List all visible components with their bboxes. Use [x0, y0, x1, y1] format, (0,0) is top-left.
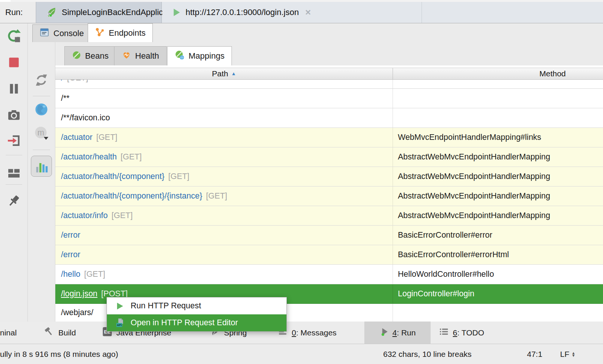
mappings-icon	[175, 50, 185, 62]
table-row[interactable]: /hello[GET]HelloWorldController#hello	[55, 265, 603, 284]
table-row[interactable]: /actuator/health[GET]AbstractWebMvcEndpo…	[55, 147, 603, 167]
method-cell: AbstractWebMvcEndpointHandlerMapping	[393, 147, 603, 167]
tab-console[interactable]: Console	[32, 24, 91, 42]
tab-health[interactable]: Health	[114, 46, 167, 65]
table-row[interactable]: /**/favicon.ico	[55, 108, 603, 128]
path-link[interactable]: /actuator/health/{component}	[61, 172, 164, 181]
column-header-label: Path	[212, 69, 228, 78]
table-row[interactable]: /actuator/health/{component}/{instance}[…	[55, 187, 603, 206]
spring-boot-run-icon	[45, 6, 57, 18]
tab-label: Endpoints	[109, 28, 146, 38]
menu-item-label: Open in HTTP Request Editor	[131, 318, 238, 328]
toolbar-separator	[33, 96, 50, 96]
method-cell: AbstractWebMvcEndpointHandlerMapping	[393, 167, 603, 186]
console-icon	[40, 27, 49, 39]
table-row[interactable]: /actuator[GET]WebMvcEndpointHandlerMappi…	[55, 128, 603, 147]
toolwindow-label: Build	[58, 328, 76, 337]
method-filter-avatar[interactable]: m	[34, 126, 49, 141]
rerun-icon[interactable]	[6, 29, 21, 44]
toolwindow-bar: ninal Build EE Java Enterprise Spring	[0, 322, 603, 344]
statistics-toggle[interactable]	[31, 156, 52, 177]
toolwindow-button-build[interactable]: Build	[44, 322, 76, 344]
run-tab-simpleloginbackendapplication[interactable]: SimpleLoginBackEndApplication ✕	[36, 2, 162, 23]
path-cell: /**	[55, 89, 393, 108]
status-message: ully in 8 s 916 ms (8 minutes ago)	[0, 344, 118, 364]
svg-text:API: API	[117, 323, 122, 327]
path-link[interactable]: /	[61, 80, 63, 83]
run-play-icon	[114, 302, 125, 311]
toolwindow-label: ninal	[0, 328, 17, 337]
close-icon[interactable]: ✕	[305, 8, 311, 17]
run-tab-http-request[interactable]: http://127.0.0.1:9000/login.json ✕	[162, 2, 422, 23]
run-tab-bar: Run: SimpleLoginBackEndApplication ✕ htt…	[0, 2, 603, 23]
table-row[interactable]: /actuator/health/{component}[GET]Abstrac…	[55, 167, 603, 187]
refresh-icon[interactable]	[34, 73, 49, 88]
path-link[interactable]: /actuator	[61, 133, 93, 142]
stop-icon[interactable]	[6, 55, 21, 70]
method-cell: WebMvcEndpointHandlerMapping#links	[393, 128, 603, 147]
path-link[interactable]: /actuator/health	[61, 152, 117, 162]
table-row-partial[interactable]: / [GET]	[55, 80, 603, 89]
tab-endpoints[interactable]: Endpoints	[88, 23, 153, 42]
path-cell: /actuator/health/{component}[GET]	[55, 167, 393, 186]
globe-icon[interactable]	[34, 102, 49, 117]
table-row[interactable]: /errorBasicErrorController#errorHtml	[55, 245, 603, 265]
menu-item-open-in-http-request-editor[interactable]: API Open in HTTP Request Editor	[107, 314, 286, 331]
http-method-badge: [GET]	[84, 270, 105, 279]
caret-position[interactable]: 47:1	[527, 344, 542, 364]
path-link[interactable]: /error	[61, 250, 80, 259]
path-cell: /actuator/health[GET]	[55, 147, 393, 167]
tab-beans[interactable]: Beans	[64, 46, 116, 65]
menu-item-run-http-request[interactable]: Run HTTP Request	[107, 297, 286, 314]
table-header: Path ▲ Method	[55, 68, 603, 80]
path-cell: /actuator/health/{component}/{instance}[…	[55, 187, 393, 206]
table-row[interactable]: /actuator/info[GET]AbstractWebMvcEndpoin…	[55, 206, 603, 226]
char-count: 632 chars, 10 line breaks	[383, 344, 472, 364]
run-label: Run:	[5, 2, 23, 23]
http-method-badge: [GET]	[120, 152, 142, 162]
path-cell: /actuator/info[GET]	[55, 206, 393, 225]
camera-icon[interactable]	[6, 108, 21, 123]
endpoints-toolbar: m	[28, 42, 55, 322]
column-header-path[interactable]: Path ▲	[55, 68, 393, 79]
pause-icon[interactable]	[6, 81, 21, 96]
line-ending-selector[interactable]: LF ▲▼	[560, 344, 575, 364]
bean-icon	[72, 50, 81, 62]
run-toolbar	[0, 23, 28, 322]
http-method-badge: [GET]	[111, 211, 132, 220]
method-cell: LoginController#login	[393, 284, 603, 303]
endpoint-type-tabs: Beans Health	[55, 42, 603, 65]
method-cell: AbstractWebMvcEndpointHandlerMapping	[393, 206, 603, 225]
path-cell: / [GET]	[55, 80, 393, 88]
path-link[interactable]: /actuator/health/{component}/{instance}	[61, 191, 202, 201]
table-row[interactable]: /**	[55, 89, 603, 108]
run-tool-window: Console Endpoints	[0, 23, 603, 322]
pin-icon[interactable]	[6, 193, 21, 208]
path-cell: /**/favicon.ico	[55, 108, 393, 127]
toolwindow-button-terminal[interactable]: ninal	[0, 322, 17, 344]
path-link[interactable]: /error	[61, 231, 80, 240]
tab-label: Health	[135, 51, 159, 61]
method-cell: AbstractWebMvcEndpointHandlerMapping	[393, 187, 603, 206]
play-icon	[171, 8, 181, 17]
table-row[interactable]: /errorBasicErrorController#error	[55, 226, 603, 245]
path-link[interactable]: /actuator/info	[61, 211, 108, 220]
restore-layout-icon[interactable]	[6, 165, 21, 180]
path-cell: /hello[GET]	[55, 265, 393, 284]
mappings-panel: Beans Health	[55, 42, 603, 322]
path-cell: /error	[55, 245, 393, 264]
toolwindow-label: 0: Messages	[292, 328, 337, 337]
path-text: /**/favicon.ico	[61, 113, 110, 123]
column-header-method[interactable]: Method	[539, 68, 566, 79]
sort-ascending-icon: ▲	[231, 71, 236, 76]
toolbar-separator	[6, 184, 22, 185]
tab-mappings[interactable]: Mappings	[167, 46, 232, 65]
method-cell	[393, 89, 603, 108]
chevron-updown-icon: ▲▼	[572, 352, 576, 357]
path-link[interactable]: /hello	[61, 270, 80, 279]
exit-icon[interactable]	[6, 133, 21, 148]
toolwindow-button-run[interactable]: 4: Run	[364, 322, 431, 344]
path-link[interactable]: /login.json	[61, 289, 97, 299]
toolwindow-button-todo[interactable]: 6: TODO	[439, 322, 484, 344]
method-cell	[393, 304, 603, 322]
